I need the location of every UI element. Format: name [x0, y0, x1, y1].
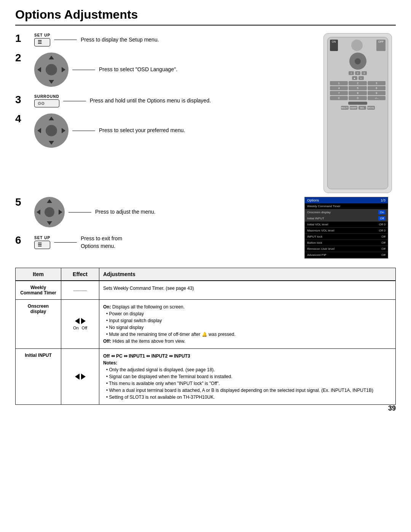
options-row-vol-level-value: Off 0: [379, 223, 386, 226]
dpad-2[interactable]: [34, 53, 68, 87]
initial-input-note-4: • When a dual input terminal board is at…: [106, 388, 373, 393]
options-row-remocon-value: Off: [381, 247, 386, 251]
options-row-vol-level: Initial VOL level Off 0: [305, 222, 388, 228]
dpad-down-2[interactable]: [49, 80, 54, 84]
remote-num-0[interactable]: 0: [349, 96, 366, 100]
setup-button-6[interactable]: ☰: [34, 241, 50, 249]
dpad-up-4[interactable]: [49, 117, 54, 120]
remote-swap[interactable]: SWAP: [350, 106, 357, 110]
dpad-down-5[interactable]: [47, 221, 52, 225]
surround-button[interactable]: ⊙⊙: [34, 99, 59, 107]
table-header-adjustments: Adjustments: [99, 268, 395, 280]
arrow-right-initial-input: [81, 374, 86, 380]
initial-input-note-5: • Setting of SLOT3 is not available on T…: [106, 395, 215, 400]
dpad-center-5[interactable]: [45, 207, 54, 217]
table-row-weekly: Weekly Command Timer —— Sets Weekly Comm…: [16, 281, 395, 300]
table-cell-onscreen-adj: On: Displays all the following on screen…: [99, 300, 395, 348]
remote-num-4[interactable]: 4: [330, 86, 348, 90]
remote-num-2[interactable]: 2: [349, 81, 366, 85]
dpad-up-2[interactable]: [49, 56, 54, 59]
remote-on-btn[interactable]: ON: [330, 40, 338, 51]
remote-btn-1[interactable]: 1: [349, 71, 354, 75]
remote-num-7[interactable]: 7: [330, 91, 348, 95]
step-number-3: 3: [15, 94, 30, 105]
page-title: Options Adjustments: [15, 8, 396, 26]
options-row-initial-input: Initial INPUT Off: [305, 216, 388, 222]
options-header-page: 1/3: [381, 198, 386, 202]
onscreen-on-text: Displays all the following on screen.: [112, 304, 185, 310]
remote-dpad-center[interactable]: [355, 58, 361, 64]
dpad-5[interactable]: [34, 197, 65, 227]
page-number: 39: [388, 404, 396, 412]
dpad-center-2[interactable]: [46, 64, 57, 75]
options-menu-box: Options 1/3 Weekly Command Timer Onscree…: [304, 197, 396, 259]
initial-input-note-2: • Signal can be displayed when the Termi…: [106, 374, 233, 379]
effect-dash-weekly: ——: [73, 286, 87, 294]
onscreen-bullet-2: • Input signal switch display: [106, 318, 162, 323]
dpad-left-5[interactable]: [37, 209, 40, 215]
arrow-left-onscreen: [75, 318, 80, 324]
remote-btn-ch-up[interactable]: ▲: [352, 76, 357, 80]
step-number-4: 4: [15, 113, 30, 124]
options-header: Options 1/3: [305, 197, 388, 203]
remote-off-btn[interactable]: OFF: [376, 40, 386, 51]
step-number-5: 5: [15, 197, 30, 208]
initial-input-note-3: • This menu is available only when "INPU…: [106, 381, 220, 386]
dpad-right-5[interactable]: [59, 209, 62, 215]
remote-number-grid: 1 2 3 4 5 6 7 8 9 C 0 -/--: [330, 81, 386, 100]
arrow-left-initial-input: [75, 374, 80, 380]
dpad-up-5[interactable]: [47, 199, 52, 203]
remote-num-5[interactable]: 5: [349, 86, 366, 90]
options-row-button-lock: Button lock Off: [305, 240, 388, 246]
remote-btn-vol-plus[interactable]: +: [358, 76, 364, 80]
dpad-right-2[interactable]: [62, 67, 65, 72]
effect-arrows-onscreen: [75, 318, 86, 324]
options-row-input-lock: INPUT lock Off: [305, 234, 388, 240]
step-1: 1 SET UP ☰ Press to display the Setup me…: [15, 33, 312, 46]
remote-num-dash[interactable]: -/--: [368, 96, 386, 100]
onscreen-bullet-3: • No signal display: [106, 325, 143, 330]
remote-dpad[interactable]: [349, 53, 366, 70]
remote-num-1[interactable]: 1: [330, 81, 348, 85]
menu-icon: ☰: [38, 40, 42, 45]
dpad-4[interactable]: [34, 113, 68, 148]
dpad-right-4[interactable]: [62, 128, 65, 133]
step-3: 3 SURROUND ⊙⊙ Press and hold until the O…: [15, 94, 312, 107]
step-6: 6 SET UP ☰ Press to exit from Options me…: [15, 235, 297, 250]
dpad-center-4[interactable]: [46, 125, 57, 136]
table-cell-initial-input-adj: Off ⇔ PC ⇔ INPUT1 ⇔ INPUT2 ⇔ INPUT3 Note…: [99, 349, 395, 404]
remote-select[interactable]: SEL: [358, 106, 366, 110]
options-row-input-lock-label: INPUT lock: [307, 235, 322, 238]
dpad-down-4[interactable]: [49, 141, 54, 145]
setup-button-1[interactable]: ☰: [34, 38, 50, 46]
table-cell-onscreen-item: Onscreen display: [16, 300, 61, 348]
options-row-max-vol-label: Maximum VOL level: [307, 229, 334, 232]
arrow-right-onscreen: [81, 318, 86, 324]
dpad-left-4[interactable]: [37, 128, 41, 133]
table-row-onscreen: Onscreen display On Off On: Displays all…: [16, 300, 395, 349]
remote-num-C[interactable]: C: [330, 96, 348, 100]
connector-line-2: [72, 70, 95, 70]
on-off-labels-onscreen: On Off: [73, 326, 87, 330]
options-row-onscreen-label: Onscreen display: [307, 211, 331, 214]
dpad-left-2[interactable]: [37, 67, 41, 72]
weekly-adj-text: Sets Weekly Command Timer. (see page 43): [103, 286, 194, 291]
remote-num-9[interactable]: 9: [368, 91, 386, 95]
step1-label: SET UP: [34, 33, 50, 37]
remote-btn-2[interactable]: 2: [355, 71, 360, 75]
remote-num-6[interactable]: 6: [368, 86, 386, 90]
remote-move[interactable]: MOVE: [367, 106, 375, 110]
step-number-2: 2: [15, 53, 30, 63]
on-label-onscreen: On: [73, 326, 79, 330]
adjustments-table: Item Effect Adjustments Weekly Command T…: [15, 268, 396, 405]
initial-input-note-1: • Only the adjusted signal is displayed.…: [106, 367, 215, 372]
remote-multi-pip[interactable]: MULTI: [341, 106, 349, 110]
step-2: 2 Press to select "OSD Language".: [15, 53, 312, 87]
remote-num-8[interactable]: 8: [349, 91, 366, 95]
remote-num-3[interactable]: 3: [368, 81, 386, 85]
remote-btn-3[interactable]: 3: [362, 71, 367, 75]
step2-text: Press to select "OSD Language".: [99, 66, 177, 73]
initial-input-heading: Off ⇔ PC ⇔ INPUT1 ⇔ INPUT2 ⇔ INPUT3: [103, 353, 190, 359]
off-label-onscreen: Off: [82, 326, 87, 330]
table-header: Item Effect Adjustments: [16, 268, 395, 281]
